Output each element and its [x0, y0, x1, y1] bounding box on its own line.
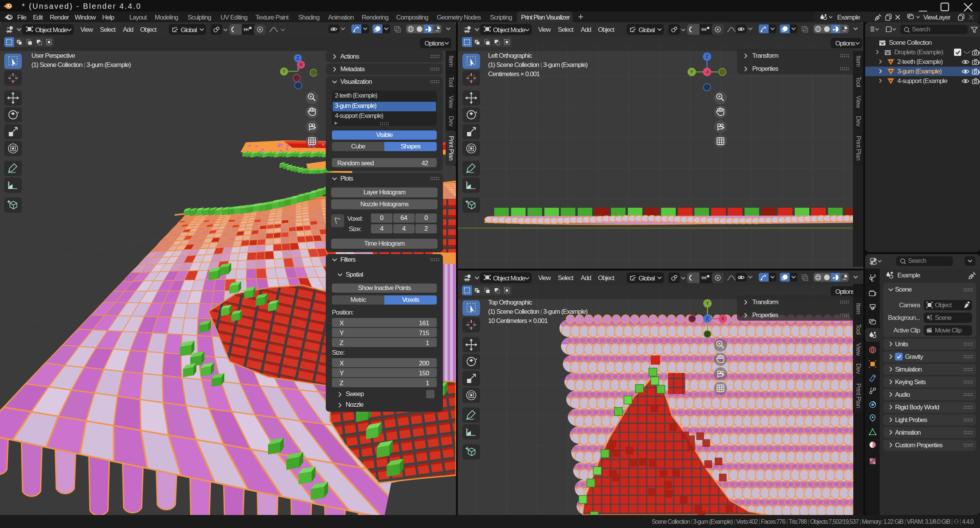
- svg-text:X: X: [299, 62, 302, 67]
- svg-text:Y: Y: [706, 301, 709, 306]
- svg-text:X: X: [721, 316, 724, 321]
- svg-text:Z: Z: [706, 316, 709, 321]
- svg-text:Y: Y: [283, 69, 286, 74]
- svg-text:Z: Z: [296, 55, 299, 61]
- svg-text:-X: -X: [705, 70, 710, 74]
- svg-text:Z: Z: [706, 54, 708, 59]
- svg-text:Y: Y: [690, 69, 693, 75]
